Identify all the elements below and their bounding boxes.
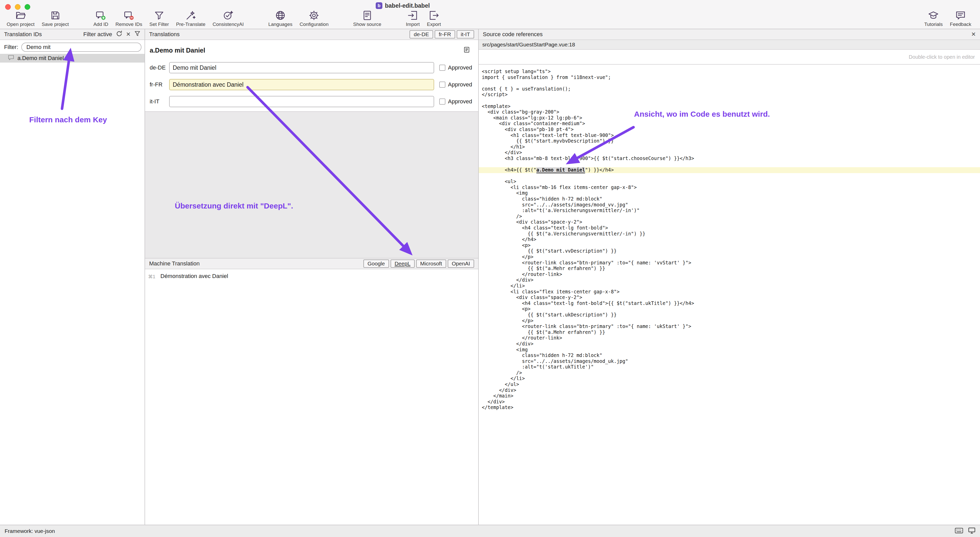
filter-icon: [154, 10, 165, 21]
lang-chip-fr-FR[interactable]: fr-FR: [434, 30, 455, 38]
babeledit-window: b babel-edit.babel Open project Save pro…: [0, 0, 980, 537]
code-line: [479, 80, 980, 86]
save-project-button[interactable]: Save project: [38, 10, 73, 27]
code-line: {{ $t("a.Versicherungsvermittler/-in") }…: [479, 231, 980, 237]
translation-row-it-IT: it-IT Approved: [150, 96, 473, 107]
entry-notes-icon[interactable]: [463, 46, 470, 55]
approved-checkbox-fr-FR[interactable]: [439, 81, 445, 88]
translation-id-list: a.Demo mit Daniel: [0, 54, 145, 62]
code-line: </div>: [479, 387, 980, 394]
row-lang-label: de-DE: [150, 64, 169, 71]
mt-result-text[interactable]: Démonstration avec Daniel: [161, 273, 228, 279]
code-line: <img: [479, 347, 980, 353]
folder-open-icon: [15, 10, 26, 21]
lang-chip-de-DE[interactable]: de-DE: [409, 30, 433, 38]
close-panel-icon[interactable]: ✕: [971, 32, 976, 37]
mt-tab-google[interactable]: Google: [363, 260, 389, 268]
code-line: {{ $t("start.myvbvDescription") }}: [479, 138, 980, 144]
window-controls: [5, 4, 30, 10]
framework-label: Framework: vue-json: [5, 528, 55, 534]
code-line: <li class="flex items-center gap-x-8">: [479, 289, 980, 295]
code-line: </router-link>: [479, 272, 980, 277]
filter-label: Filter:: [4, 44, 18, 51]
close-window-button[interactable]: [5, 4, 11, 10]
highlighted-code-line: <h4>{{ $t("a.Demo mit Daniel") }}</h4>: [479, 167, 980, 173]
code-line: [479, 162, 980, 167]
approved-checkbox-it-IT[interactable]: [439, 99, 445, 105]
code-line: class="hidden h-72 md:block": [479, 353, 980, 359]
filter-active-label: Filter active: [83, 31, 112, 38]
show-source-button[interactable]: Show source: [350, 10, 385, 27]
code-line: {{ $t("a.Mehr erfahren") }}: [479, 330, 980, 335]
app-icon: b: [376, 2, 382, 9]
translation-input-fr-FR[interactable]: [169, 79, 434, 90]
approved-label: Approved: [448, 64, 472, 71]
translation-ids-panel: Translation IDs Filter active ✕ Filter: …: [0, 29, 145, 525]
translation-input-de-DE[interactable]: [169, 62, 434, 73]
consistency-ai-button[interactable]: ConsistencyAI: [209, 10, 247, 27]
minimize-window-button[interactable]: [15, 4, 21, 10]
add-id-button[interactable]: Add ID: [90, 10, 112, 27]
code-line: />: [479, 214, 980, 220]
entry-title: a.Demo mit Daniel: [150, 47, 205, 54]
code-line: </div>: [479, 341, 980, 347]
code-line: <div class="container-medium">: [479, 121, 980, 127]
filter-input[interactable]: [21, 43, 142, 52]
source-document-icon: [362, 10, 373, 21]
code-listing[interactable]: <script setup lang="ts">import { useTran…: [479, 65, 980, 525]
pre-translate-button[interactable]: Pre-Translate: [172, 10, 209, 27]
code-line: </ul>: [479, 382, 980, 387]
open-project-button[interactable]: Open project: [3, 10, 38, 27]
fullscreen-window-button[interactable]: [25, 4, 30, 10]
machine-translation-result-area: ⌘1 Démonstration avec Daniel: [145, 269, 478, 525]
approved-checkbox-de-DE[interactable]: [439, 65, 445, 71]
mt-tab-deepl[interactable]: DeepL: [391, 260, 415, 268]
code-line: <router-link class="btn-primary" :to="{ …: [479, 260, 980, 266]
refresh-icon[interactable]: [116, 30, 123, 38]
window-header: b babel-edit.babel Open project Save pro…: [0, 0, 980, 29]
import-icon: [407, 10, 418, 21]
tutorials-button[interactable]: Tutorials: [921, 10, 946, 27]
source-file-reference[interactable]: src/pages/start/GuestStartPage.vue:18: [479, 40, 980, 50]
translations-title: Translations: [149, 31, 180, 38]
code-line: <li class="mb-16 flex items-center gap-x…: [479, 185, 980, 191]
configuration-button[interactable]: Configuration: [296, 10, 332, 27]
machine-translation-header: Machine Translation Google DeepL Microso…: [145, 258, 478, 269]
code-line: <p>: [479, 242, 980, 249]
code-line: </li>: [479, 283, 980, 289]
code-line: const { t } = useTranslation();: [479, 86, 980, 92]
list-item-label: a.Demo mit Daniel: [18, 55, 64, 62]
import-button[interactable]: Import: [402, 10, 423, 27]
keyboard-shortcuts-icon[interactable]: [955, 528, 963, 535]
remove-ids-button[interactable]: Remove IDs: [112, 10, 146, 27]
filter-funnel-icon[interactable]: [134, 30, 140, 38]
code-line: </main>: [479, 393, 980, 399]
code-line: [479, 173, 980, 179]
clear-filter-icon[interactable]: ✕: [126, 32, 131, 37]
code-line: <div class="bg-gray-200">: [479, 109, 980, 115]
code-line: </p>: [479, 318, 980, 324]
window-title-text: babel-edit.babel: [385, 2, 430, 9]
mt-tab-microsoft[interactable]: Microsoft: [416, 260, 446, 268]
languages-button[interactable]: Languages: [265, 10, 296, 27]
mt-tab-openai[interactable]: OpenAI: [448, 260, 474, 268]
row-lang-label: it-IT: [150, 98, 169, 105]
list-item-demo-mit-daniel[interactable]: a.Demo mit Daniel: [0, 54, 145, 62]
set-filter-button[interactable]: Set Filter: [146, 10, 172, 27]
wand-icon: [185, 10, 196, 21]
export-button[interactable]: Export: [423, 10, 445, 27]
code-line: </router-link>: [479, 335, 980, 341]
filter-row: Filter:: [0, 40, 145, 54]
translations-header: Translations de-DE fr-FR it-IT: [145, 29, 478, 40]
machine-translation-title: Machine Translation: [149, 260, 200, 267]
translation-ids-title: Translation IDs: [4, 31, 42, 38]
translation-input-it-IT[interactable]: [169, 96, 434, 107]
lang-chip-it-IT[interactable]: it-IT: [457, 30, 474, 38]
feedback-button[interactable]: Feedback: [947, 10, 975, 27]
globe-icon: [275, 10, 286, 21]
display-icon[interactable]: [968, 527, 975, 535]
tutorials-icon: [928, 10, 939, 21]
code-line: {{ $t("start.ukDescription") }}: [479, 312, 980, 318]
code-line: <h4 class="text-lg font-bold">{{ $t("sta…: [479, 301, 980, 306]
code-line: <h1 class="text-left text-blue-900">: [479, 132, 980, 139]
